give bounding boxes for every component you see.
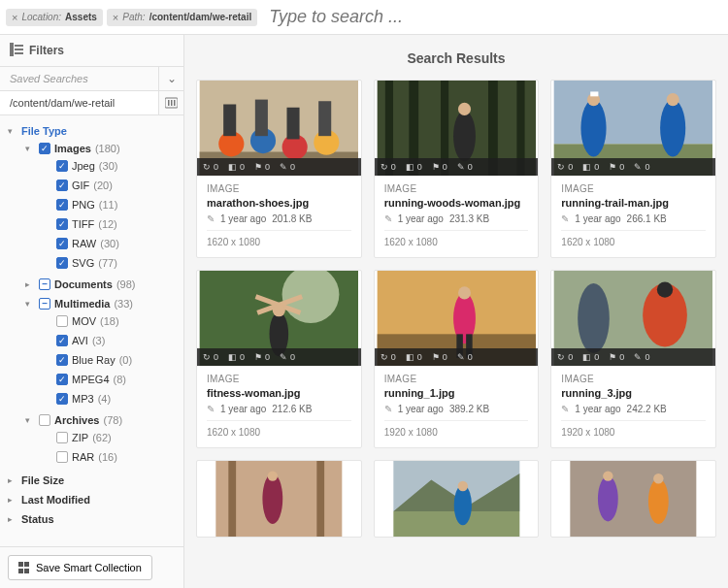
browse-icon[interactable] [158, 91, 183, 114]
group-images[interactable]: ▾ Images (180) [25, 141, 180, 156]
leaf-zip[interactable]: ZIP (62) [43, 430, 180, 445]
chip-location[interactable]: × Location: Assets [6, 9, 103, 26]
path-row[interactable] [0, 91, 183, 115]
asset-card[interactable]: ↻ 0 ◧ 0 ⚑ 0 ✎ 0 IMAGE [196, 460, 362, 538]
asset-thumbnail[interactable]: ↻ 0 ◧ 0 ⚑ 0 ✎ 0 [551, 461, 715, 537]
filter-count: (33) [114, 296, 133, 311]
leaf-png[interactable]: PNG (11) [43, 197, 180, 212]
asset-thumbnail[interactable]: ↻ 0 ◧ 0 ⚑ 0 ✎ 0 [551, 271, 715, 366]
filter-label: GIF [72, 178, 89, 193]
status-section[interactable]: ▸ Status [8, 511, 180, 527]
asset-dimensions: 1920 x 1080 [384, 420, 529, 438]
asset-overlay: ↻ 0 ◧ 0 ⚑ 0 ✎ 0 [197, 348, 361, 366]
asset-card[interactable]: ↻ 0 ◧ 0 ⚑ 0 ✎ 0 IMAGE [550, 460, 716, 538]
svg-point-62 [648, 478, 669, 524]
filter-panel-icon [10, 43, 23, 59]
chip-path[interactable]: × Path: /content/dam/we-retail [107, 9, 257, 26]
asset-thumbnail[interactable]: ↻ 0 ◧ 0 ⚑ 0 ✎ 0 [375, 461, 539, 537]
close-icon[interactable]: × [113, 12, 118, 23]
leaf-mpeg4[interactable]: MPEG4 (8) [43, 372, 180, 387]
filter-count: (8) [114, 372, 126, 387]
asset-overlay: ↻ 0 ◧ 0 ⚑ 0 ✎ 0 [375, 348, 539, 366]
checkbox[interactable] [56, 180, 68, 191]
checkbox[interactable] [56, 374, 68, 385]
checkbox[interactable] [56, 218, 68, 230]
asset-card[interactable]: ↻ 0 ◧ 0 ⚑ 0 ✎ 0 IMAGE [374, 460, 540, 538]
group-archives[interactable]: ▾ Archives (78) [25, 412, 180, 428]
svg-rect-26 [554, 81, 712, 144]
leaf-jpeg[interactable]: Jpeg (30) [43, 158, 180, 174]
leaf-mp3[interactable]: MP3 (4) [43, 391, 180, 407]
filter-label: PNG [72, 197, 95, 212]
checkbox[interactable] [39, 278, 50, 290]
asset-thumbnail[interactable]: ↻ 0 ◧ 0 ⚑ 0 ✎ 0 [375, 81, 539, 176]
asset-card[interactable]: ↻ 0 ◧ 0 ⚑ 0 ✎ 0 IMAGE running-trail-man.… [550, 80, 716, 258]
asset-card[interactable]: ↻ 0 ◧ 0 ⚑ 0 ✎ 0 IMAGE running-woods-woma… [374, 80, 540, 258]
svg-point-24 [453, 111, 476, 161]
group-multimedia[interactable]: ▾ Multimedia (33) [25, 296, 180, 311]
leaf-mov[interactable]: MOV (18) [43, 313, 180, 329]
checkbox[interactable] [56, 315, 68, 327]
asset-card[interactable]: ↻ 0 ◧ 0 ⚑ 0 ✎ 0 IMAGE marathon-shoes.jpg… [196, 80, 362, 258]
checkbox[interactable] [56, 257, 68, 269]
filter-count: (0) [119, 352, 132, 368]
close-icon[interactable]: × [12, 12, 17, 23]
asset-overlay: ↻ 0 ◧ 0 ⚑ 0 ✎ 0 [197, 158, 361, 176]
asset-thumbnail[interactable]: ↻ 0 ◧ 0 ⚑ 0 ✎ 0 [197, 271, 361, 366]
save-collection-label: Save Smart Collection [36, 562, 142, 573]
checkbox[interactable] [56, 354, 68, 366]
path-input[interactable] [0, 91, 158, 114]
asset-card[interactable]: ↻ 0 ◧ 0 ⚑ 0 ✎ 0 IMAGE fitness-woman.jpg … [196, 270, 362, 448]
svg-point-31 [660, 100, 685, 157]
asset-filename: marathon-shoes.jpg [207, 197, 351, 209]
svg-rect-3 [15, 52, 23, 54]
search-input[interactable] [261, 3, 722, 31]
saved-searches-row[interactable]: Saved Searches ⌄ [0, 66, 183, 91]
checkbox[interactable] [56, 451, 68, 463]
asset-thumbnail[interactable]: ↻ 0 ◧ 0 ⚑ 0 ✎ 0 [197, 81, 361, 176]
group-documents[interactable]: ▸ Documents (98) [25, 277, 180, 292]
leaf-tiff[interactable]: TIFF (12) [43, 216, 180, 232]
chip-label: Location: [21, 12, 61, 22]
results-panel: Search Results ↻ 0 ◧ 0 ⚑ 0 ✎ 0 IMAGE mar… [184, 35, 728, 588]
asset-type: IMAGE [384, 183, 529, 194]
asset-thumbnail[interactable]: ↻ 0 ◧ 0 ⚑ 0 ✎ 0 [197, 461, 361, 537]
last-modified-section[interactable]: ▸ Last Modified [8, 492, 180, 507]
leaf-blue ray[interactable]: Blue Ray (0) [43, 352, 180, 368]
file-size-section[interactable]: ▸ File Size [8, 473, 180, 488]
checkbox[interactable] [56, 199, 68, 211]
checkbox[interactable] [56, 393, 68, 405]
checkbox[interactable] [56, 160, 68, 172]
asset-overlay: ↻ 0 ◧ 0 ⚑ 0 ✎ 0 [551, 348, 715, 366]
filter-label: RAW [72, 236, 96, 251]
checkbox[interactable] [56, 335, 68, 346]
chevron-down-icon[interactable]: ⌄ [158, 67, 183, 90]
checkbox[interactable] [56, 432, 68, 443]
leaf-svg[interactable]: SVG (77) [43, 255, 180, 271]
filter-label: RAR [72, 449, 94, 465]
filter-count: (11) [99, 197, 118, 212]
leaf-avi[interactable]: AVI (3) [43, 333, 180, 348]
leaf-raw[interactable]: RAW (30) [43, 236, 180, 251]
leaf-gif[interactable]: GIF (20) [43, 178, 180, 193]
asset-dimensions: 1620 x 1080 [384, 230, 529, 247]
asset-dimensions: 1620 x 1080 [561, 230, 706, 247]
crop-icon: ◧ [406, 352, 414, 362]
filter-count: (16) [98, 449, 117, 465]
filter-label: MPEG4 [72, 372, 110, 387]
filters-heading: Filters [0, 35, 183, 66]
asset-card[interactable]: ↻ 0 ◧ 0 ⚑ 0 ✎ 0 IMAGE running_1.jpg 1 ye… [374, 270, 540, 448]
checkbox[interactable] [39, 143, 50, 154]
refresh-icon: ↻ [203, 162, 211, 172]
file-type-section[interactable]: ▾ File Type [8, 123, 180, 139]
svg-point-44 [458, 286, 471, 299]
save-smart-collection-button[interactable]: Save Smart Collection [8, 555, 152, 580]
checkbox[interactable] [39, 414, 50, 426]
checkbox[interactable] [56, 238, 68, 249]
asset-thumbnail[interactable]: ↻ 0 ◧ 0 ⚑ 0 ✎ 0 [551, 81, 715, 176]
comment-icon: ✎ [457, 162, 465, 172]
asset-card[interactable]: ↻ 0 ◧ 0 ⚑ 0 ✎ 0 IMAGE running_3.jpg 1 ye… [550, 270, 716, 448]
asset-thumbnail[interactable]: ↻ 0 ◧ 0 ⚑ 0 ✎ 0 [375, 271, 539, 366]
leaf-rar[interactable]: RAR (16) [43, 449, 180, 465]
checkbox[interactable] [39, 298, 50, 310]
